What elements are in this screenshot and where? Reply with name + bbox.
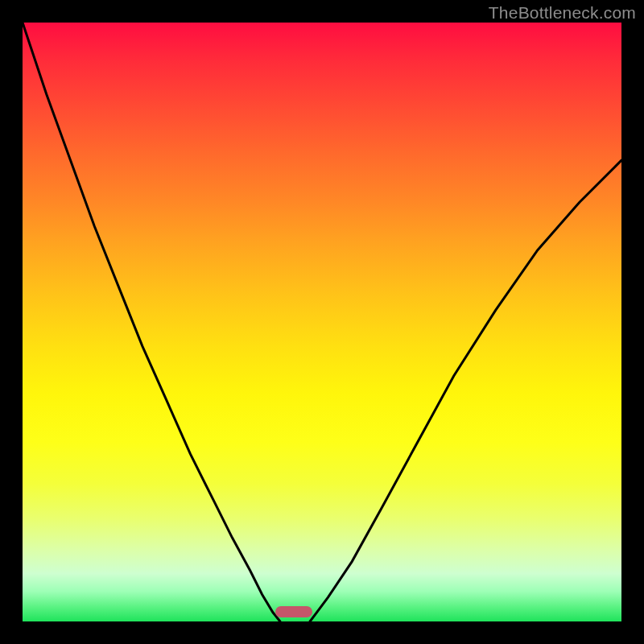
watermark-text: TheBottleneck.com: [489, 3, 636, 23]
bottleneck-curves: [23, 23, 621, 621]
plot-area: [23, 23, 621, 621]
left-curve-path: [23, 23, 280, 621]
optimal-marker: [275, 606, 312, 617]
right-curve-path: [310, 160, 621, 621]
chart-frame: TheBottleneck.com: [0, 0, 644, 644]
